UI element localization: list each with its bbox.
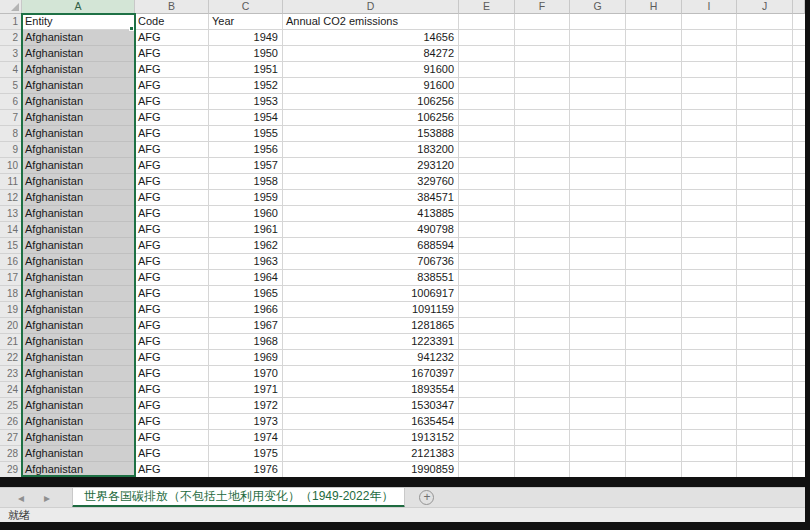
cell-empty[interactable] xyxy=(515,414,570,430)
cell-empty[interactable] xyxy=(459,222,515,238)
cell-empty[interactable] xyxy=(515,430,570,446)
cell-entity[interactable]: Afghanistan xyxy=(22,206,135,222)
cell-entity[interactable]: Afghanistan xyxy=(22,78,135,94)
cell-empty[interactable] xyxy=(793,366,805,382)
cell-code[interactable]: AFG xyxy=(135,350,209,366)
cell-empty[interactable] xyxy=(737,222,793,238)
cell-empty[interactable] xyxy=(515,286,570,302)
cell-empty[interactable] xyxy=(737,318,793,334)
cell-code[interactable]: AFG xyxy=(135,62,209,78)
cell-empty[interactable] xyxy=(515,158,570,174)
column-header-G[interactable]: G xyxy=(570,0,626,14)
cell-empty[interactable] xyxy=(682,78,737,94)
cell-empty[interactable] xyxy=(626,30,682,46)
cell-empty[interactable] xyxy=(570,126,626,142)
cell-empty[interactable] xyxy=(459,318,515,334)
next-sheet-icon[interactable]: ▸ xyxy=(40,489,54,507)
cell-empty[interactable] xyxy=(682,190,737,206)
cell-code[interactable]: AFG xyxy=(135,446,209,462)
cell-empty[interactable] xyxy=(459,382,515,398)
cell-empty[interactable] xyxy=(459,254,515,270)
row-number[interactable]: 11 xyxy=(0,174,22,190)
cell-year[interactable]: 1956 xyxy=(209,142,283,158)
cell-empty[interactable] xyxy=(570,382,626,398)
cell-emissions[interactable]: 2121383 xyxy=(283,446,459,462)
cell-year[interactable]: 1967 xyxy=(209,318,283,334)
column-header-C[interactable]: C xyxy=(209,0,283,14)
cell-year[interactable]: 1954 xyxy=(209,110,283,126)
cell-entity[interactable]: Afghanistan xyxy=(22,334,135,350)
cell-year[interactable]: 1955 xyxy=(209,126,283,142)
row-number[interactable]: 20 xyxy=(0,318,22,334)
cell-code[interactable]: AFG xyxy=(135,190,209,206)
cell-empty[interactable] xyxy=(626,462,682,477)
cell-entity[interactable]: Afghanistan xyxy=(22,110,135,126)
row-number[interactable]: 2 xyxy=(0,30,22,46)
cell-empty[interactable] xyxy=(793,334,805,350)
cell-empty[interactable] xyxy=(515,46,570,62)
column-header-partial[interactable] xyxy=(793,0,805,14)
cell-emissions[interactable]: Annual CO2 emissions xyxy=(283,14,459,30)
cell-empty[interactable] xyxy=(793,254,805,270)
cell-empty[interactable] xyxy=(682,94,737,110)
cell-empty[interactable] xyxy=(793,206,805,222)
cell-empty[interactable] xyxy=(570,30,626,46)
cell-emissions[interactable]: 91600 xyxy=(283,62,459,78)
cell-empty[interactable] xyxy=(626,174,682,190)
sheet-tab-active[interactable]: 世界各国碳排放（不包括土地利用变化）（1949-2022年） xyxy=(72,488,405,508)
cell-empty[interactable] xyxy=(737,382,793,398)
cell-empty[interactable] xyxy=(793,142,805,158)
cell-code[interactable]: Code xyxy=(135,14,209,30)
cell-empty[interactable] xyxy=(570,46,626,62)
cell-empty[interactable] xyxy=(682,238,737,254)
column-header-D[interactable]: D xyxy=(283,0,459,14)
cell-empty[interactable] xyxy=(682,126,737,142)
cell-year[interactable]: 1975 xyxy=(209,446,283,462)
row-number[interactable]: 28 xyxy=(0,446,22,462)
cell-empty[interactable] xyxy=(793,62,805,78)
cell-entity[interactable]: Afghanistan xyxy=(22,414,135,430)
cell-year[interactable]: 1949 xyxy=(209,30,283,46)
row-number[interactable]: 24 xyxy=(0,382,22,398)
cell-emissions[interactable]: 838551 xyxy=(283,270,459,286)
cell-empty[interactable] xyxy=(682,254,737,270)
cell-empty[interactable] xyxy=(793,430,805,446)
cell-entity[interactable]: Afghanistan xyxy=(22,46,135,62)
cell-empty[interactable] xyxy=(515,222,570,238)
cell-empty[interactable] xyxy=(459,190,515,206)
cell-year[interactable]: 1970 xyxy=(209,366,283,382)
cell-entity[interactable]: Afghanistan xyxy=(22,270,135,286)
cell-emissions[interactable]: 941232 xyxy=(283,350,459,366)
row-number[interactable]: 10 xyxy=(0,158,22,174)
cell-empty[interactable] xyxy=(570,414,626,430)
cell-empty[interactable] xyxy=(626,126,682,142)
cell-code[interactable]: AFG xyxy=(135,142,209,158)
cell-code[interactable]: AFG xyxy=(135,30,209,46)
cell-empty[interactable] xyxy=(570,14,626,30)
cell-code[interactable]: AFG xyxy=(135,366,209,382)
cell-emissions[interactable]: 329760 xyxy=(283,174,459,190)
cell-year[interactable]: 1963 xyxy=(209,254,283,270)
cell-year[interactable]: 1966 xyxy=(209,302,283,318)
cell-empty[interactable] xyxy=(626,414,682,430)
cell-empty[interactable] xyxy=(737,462,793,477)
cell-empty[interactable] xyxy=(626,382,682,398)
cell-emissions[interactable]: 1893554 xyxy=(283,382,459,398)
cell-empty[interactable] xyxy=(570,110,626,126)
cell-empty[interactable] xyxy=(682,446,737,462)
cell-empty[interactable] xyxy=(737,78,793,94)
cell-code[interactable]: AFG xyxy=(135,238,209,254)
row-number[interactable]: 27 xyxy=(0,430,22,446)
cell-year[interactable]: 1976 xyxy=(209,462,283,477)
row-number[interactable]: 7 xyxy=(0,110,22,126)
cell-year[interactable]: 1950 xyxy=(209,46,283,62)
cell-entity[interactable]: Afghanistan xyxy=(22,382,135,398)
cell-empty[interactable] xyxy=(737,350,793,366)
cell-empty[interactable] xyxy=(570,190,626,206)
cell-empty[interactable] xyxy=(626,254,682,270)
cell-empty[interactable] xyxy=(682,142,737,158)
cell-empty[interactable] xyxy=(459,62,515,78)
cell-empty[interactable] xyxy=(793,350,805,366)
cell-empty[interactable] xyxy=(459,142,515,158)
cell-year[interactable]: 1953 xyxy=(209,94,283,110)
